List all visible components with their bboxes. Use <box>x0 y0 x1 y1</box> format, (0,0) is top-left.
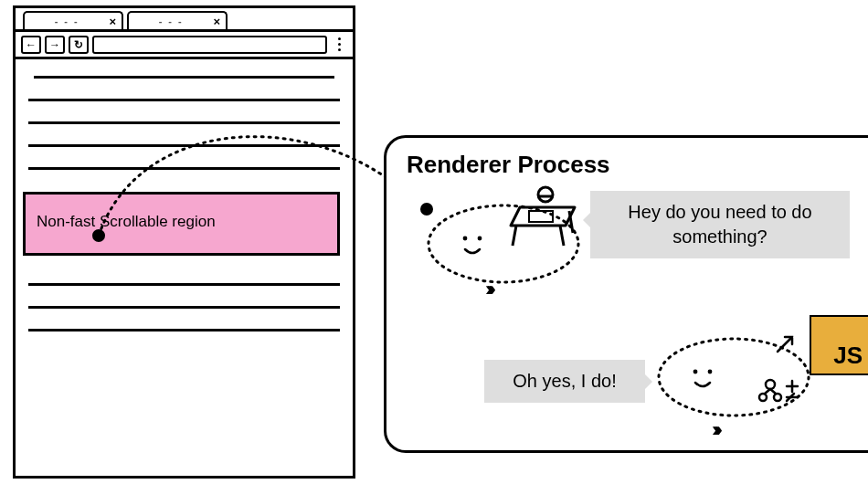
svg-line-6 <box>560 226 564 246</box>
browser-tab[interactable]: - - - × <box>23 11 123 29</box>
chevrons-icon: ››› <box>712 418 717 441</box>
svg-point-11 <box>659 339 809 416</box>
content-line <box>28 99 340 101</box>
js-box: JS <box>810 315 868 375</box>
renderer-process-panel: Renderer Process ››› Hey do you need to … <box>384 135 868 453</box>
speech-bubble-top: Hey do you need to do something? <box>590 191 850 258</box>
speech-bubble-bottom: Oh yes, I do! <box>484 360 645 403</box>
region-label: Non-fast Scrollable region <box>37 213 216 230</box>
close-icon[interactable]: × <box>109 16 116 27</box>
non-fast-scrollable-region: Non-fast Scrollable region <box>23 192 340 256</box>
dot-icon <box>338 37 341 40</box>
arrow-right-icon: → <box>49 38 60 51</box>
svg-point-13 <box>708 370 713 374</box>
dot-icon <box>338 43 341 46</box>
svg-point-2 <box>429 205 578 282</box>
main-thread-character <box>650 322 832 441</box>
tab-title-placeholder: - - - <box>25 16 109 26</box>
svg-rect-8 <box>529 211 553 222</box>
svg-point-9 <box>538 187 553 202</box>
close-icon[interactable]: × <box>213 16 220 27</box>
speech-text: Oh yes, I do! <box>513 371 616 391</box>
svg-line-17 <box>765 389 770 394</box>
browser-toolbar: ← → ↻ <box>16 32 353 59</box>
menu-button[interactable] <box>331 36 347 54</box>
svg-line-22 <box>787 394 794 401</box>
svg-line-18 <box>770 389 776 394</box>
svg-line-5 <box>513 226 516 246</box>
forward-button[interactable]: → <box>45 36 65 54</box>
browser-window: - - - × - - - × ← → ↻ Non-fast Scrollabl… <box>13 5 355 479</box>
dot-icon <box>338 48 341 51</box>
svg-point-12 <box>693 370 698 374</box>
content-line <box>28 306 340 309</box>
svg-point-3 <box>463 237 468 241</box>
js-label: JS <box>833 342 863 370</box>
compositor-thread-character <box>412 185 595 304</box>
svg-point-16 <box>774 394 781 401</box>
svg-point-1 <box>420 203 433 216</box>
url-bar[interactable] <box>92 36 327 54</box>
tab-bar: - - - × - - - × <box>16 8 353 32</box>
browser-tab[interactable]: - - - × <box>127 11 228 29</box>
svg-line-7 <box>569 211 573 233</box>
content-line <box>28 144 340 147</box>
content-line <box>28 121 340 124</box>
svg-point-14 <box>766 380 775 389</box>
page-content: Non-fast Scrollable region <box>16 59 353 348</box>
content-line <box>28 283 340 286</box>
tab-title-placeholder: - - - <box>129 16 213 26</box>
content-line <box>28 329 340 331</box>
svg-point-15 <box>759 394 767 401</box>
reload-icon: ↻ <box>74 38 83 51</box>
reload-button[interactable]: ↻ <box>69 36 89 54</box>
speech-text: Hey do you need to do something? <box>628 202 811 247</box>
back-button[interactable]: ← <box>21 36 41 54</box>
content-line <box>34 76 334 79</box>
svg-point-4 <box>478 237 482 241</box>
chevrons-icon: ››› <box>485 278 491 300</box>
arrow-left-icon: ← <box>26 38 37 51</box>
panel-title: Renderer Process <box>407 151 868 179</box>
content-line <box>28 167 340 170</box>
